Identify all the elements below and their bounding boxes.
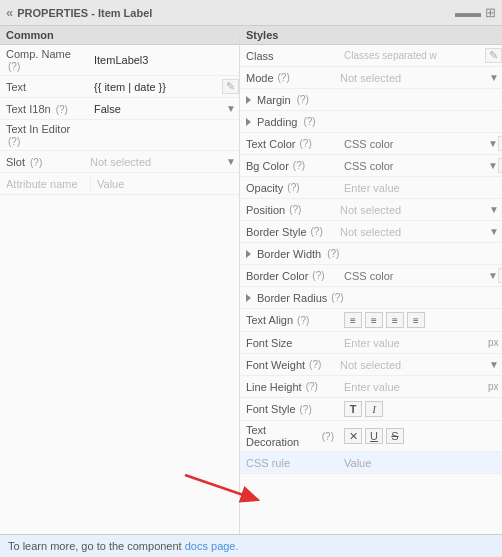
font-style-hint[interactable]: (?) (300, 404, 312, 415)
bg-color-clear[interactable]: ✕ (498, 158, 502, 173)
border-style-row: Border Style (?) Not selected ▼ (240, 221, 502, 243)
text-i18n-hint[interactable]: (?) (56, 104, 68, 115)
panel-title: PROPERTIES - Item Label (17, 7, 152, 19)
line-height-px: px (488, 381, 501, 392)
font-weight-arrow[interactable]: ▼ (486, 359, 502, 370)
position-hint[interactable]: (?) (289, 204, 301, 215)
text-i18n-label: Text I18n (?) (0, 101, 90, 117)
attr-name-label[interactable]: Attribute name (0, 176, 90, 192)
position-value: Not selected (340, 204, 486, 216)
padding-expand-icon (246, 118, 251, 126)
deco-x-btn[interactable]: ✕ (344, 428, 362, 444)
font-bold-btn[interactable]: T (344, 401, 362, 417)
align-justify-btn[interactable]: ≡ (407, 312, 425, 328)
border-width-row[interactable]: Border Width (?) (240, 243, 502, 265)
css-rule-row: CSS rule Value (240, 452, 502, 474)
font-size-input[interactable] (340, 335, 486, 351)
border-radius-hint[interactable]: (?) (331, 292, 343, 303)
mode-hint[interactable]: (?) (278, 72, 290, 83)
comp-name-label: Comp. Name (?) (0, 46, 90, 74)
text-decoration-hint[interactable]: (?) (322, 431, 334, 442)
text-color-input-group: ▼ (340, 136, 498, 152)
font-italic-btn[interactable]: I (365, 401, 383, 417)
text-color-label: Text Color (?) (240, 136, 340, 152)
margin-row[interactable]: Margin (?) (240, 89, 502, 111)
text-row: Text {{ item | date }} ✎ (0, 76, 239, 98)
text-color-row: Text Color (?) ▼ ✕ (240, 133, 502, 155)
text-in-editor-hint[interactable]: (?) (8, 136, 20, 147)
opacity-hint[interactable]: (?) (287, 182, 299, 193)
text-decoration-row: Text Decoration (?) ✕ U S (240, 421, 502, 452)
text-value[interactable]: {{ item | date }} (90, 79, 222, 95)
font-style-label: Font Style (?) (240, 401, 340, 417)
text-align-hint[interactable]: (?) (297, 315, 309, 326)
slot-hint[interactable]: (?) (30, 157, 42, 168)
position-arrow[interactable]: ▼ (486, 204, 502, 215)
footer-docs-link[interactable]: docs page. (185, 540, 239, 552)
mode-arrow[interactable]: ▼ (486, 72, 502, 83)
border-style-label: Border Style (?) (240, 224, 340, 240)
text-in-editor-value (90, 133, 239, 137)
border-color-dropdown[interactable]: ▼ (488, 270, 498, 281)
font-style-row: Font Style (?) T I (240, 398, 502, 421)
font-size-row: Font Size px ▲▼ (240, 332, 502, 354)
class-icon[interactable]: ✎ (485, 48, 502, 63)
text-color-input[interactable] (340, 136, 486, 152)
border-style-hint[interactable]: (?) (311, 226, 323, 237)
border-style-arrow[interactable]: ▼ (486, 226, 502, 237)
padding-hint[interactable]: (?) (303, 116, 315, 127)
align-left-btn[interactable]: ≡ (344, 312, 362, 328)
slot-arrow[interactable]: ▼ (223, 156, 239, 167)
comp-name-value[interactable]: ItemLabel3 (90, 52, 239, 68)
font-weight-hint[interactable]: (?) (309, 359, 321, 370)
class-value[interactable]: Classes separated w (340, 48, 485, 63)
align-right-btn[interactable]: ≡ (386, 312, 404, 328)
font-size-px: px (488, 337, 501, 348)
border-radius-row[interactable]: Border Radius (?) (240, 287, 502, 309)
margin-label: Margin (257, 94, 291, 106)
mode-label: Mode (?) (240, 70, 340, 86)
grid-icon[interactable]: ⊞ (485, 5, 496, 20)
attr-value-label[interactable]: Value (90, 176, 239, 192)
layout-icon[interactable]: ▬▬ (455, 5, 481, 20)
bg-color-dropdown[interactable]: ▼ (488, 160, 498, 171)
border-width-label: Border Width (257, 248, 321, 260)
css-rule-label: CSS rule (240, 455, 340, 471)
panel-header-left: « PROPERTIES - Item Label (6, 5, 152, 20)
bg-color-input[interactable] (340, 158, 486, 174)
text-align-row: Text Align (?) ≡ ≡ ≡ ≡ (240, 309, 502, 332)
line-height-hint[interactable]: (?) (306, 381, 318, 392)
comp-name-hint[interactable]: (?) (8, 61, 20, 72)
opacity-input[interactable] (340, 180, 502, 196)
border-style-value: Not selected (340, 226, 486, 238)
text-color-hint[interactable]: (?) (300, 138, 312, 149)
panel-body: Common Comp. Name (?) ItemLabel3 Text {{… (0, 26, 502, 534)
text-color-clear[interactable]: ✕ (498, 136, 502, 151)
line-height-input[interactable] (340, 379, 486, 395)
border-color-clear[interactable]: ✕ (498, 268, 502, 283)
margin-hint[interactable]: (?) (297, 94, 309, 105)
deco-underline-btn[interactable]: U (365, 428, 383, 444)
font-weight-label: Font Weight (?) (240, 357, 340, 373)
deco-strikethrough-btn[interactable]: S (386, 428, 404, 444)
bg-color-hint[interactable]: (?) (293, 160, 305, 171)
collapse-icon[interactable]: « (6, 5, 13, 20)
border-width-hint[interactable]: (?) (327, 248, 339, 259)
border-radius-label: Border Radius (257, 292, 327, 304)
panel-header-icons: ▬▬ ⊞ (455, 5, 496, 20)
border-color-hint[interactable]: (?) (312, 270, 324, 281)
text-color-dropdown[interactable]: ▼ (488, 138, 498, 149)
text-decoration-buttons: ✕ U S (340, 426, 502, 446)
border-color-input[interactable] (340, 268, 486, 284)
bg-color-label: Bg Color (?) (240, 158, 340, 174)
border-color-input-group: ▼ (340, 268, 498, 284)
class-row: Class Classes separated w ✎ (240, 45, 502, 67)
text-edit-icon[interactable]: ✎ (222, 79, 239, 94)
padding-row[interactable]: Padding (?) (240, 111, 502, 133)
padding-label: Padding (257, 116, 297, 128)
align-center-btn[interactable]: ≡ (365, 312, 383, 328)
text-i18n-arrow[interactable]: ▼ (223, 103, 239, 114)
attr-row: Attribute name Value (0, 173, 239, 195)
css-rule-value[interactable]: Value (340, 455, 502, 471)
common-column: Common Comp. Name (?) ItemLabel3 Text {{… (0, 26, 240, 534)
